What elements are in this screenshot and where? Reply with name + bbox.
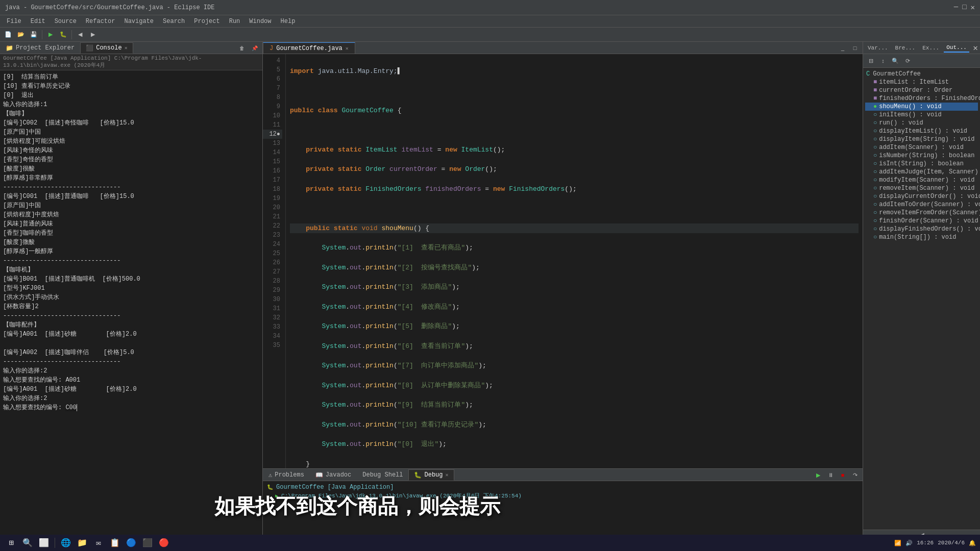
outline-item-itemlist[interactable]: ■ itemList : ItemList <box>865 78 978 86</box>
debug-stop[interactable]: ■ <box>837 469 848 481</box>
debug-entry-1: 🐛 GourmetCoffee [Java Application] <box>267 483 859 491</box>
toolbar: 📄 📂 💾 ▶ 🐛 ◀ ▶ <box>0 28 980 42</box>
editor-minimize[interactable]: _ <box>837 42 848 54</box>
taskbar-mail[interactable]: ✉ <box>91 536 106 550</box>
debug-suspend[interactable]: ⏸ <box>825 469 836 481</box>
outline-item-additem[interactable]: ○ addItem(Scanner) : void <box>865 143 978 152</box>
debug-icon: 🐛 <box>414 471 422 479</box>
editor-tab-close[interactable]: ✕ <box>346 45 349 52</box>
menu-window[interactable]: Window <box>245 17 275 26</box>
toolbar-back[interactable]: ◀ <box>75 29 86 40</box>
taskbar: ⊞ 🔍 ⬜ 🌐 📁 ✉ 📋 🔵 ⬛ 🔴 📶 🔊 16:26 2020/4/6 🔔 <box>0 535 980 551</box>
tab-console[interactable]: ⬛ Console ✕ <box>80 42 133 54</box>
console-clear[interactable]: 🗑 <box>236 42 248 54</box>
outline-sort[interactable]: ↕ <box>877 55 889 66</box>
taskbar-record[interactable]: 🔴 <box>157 536 171 550</box>
tab-expressions[interactable]: Ex... <box>920 44 942 52</box>
outline-filter[interactable]: 🔍 <box>890 55 901 66</box>
debug-tab-close[interactable]: ✕ <box>446 472 449 478</box>
line-numbers: 4 5 6 7 8 9 10 11 12● 13 14 15 16 17 18 … <box>263 54 286 468</box>
editor-maximize[interactable]: □ <box>849 42 861 54</box>
outline-item-finishedorders[interactable]: ■ finishedOrders : FinishedOrders <box>865 94 978 103</box>
menu-source[interactable]: Source <box>51 17 81 26</box>
taskbar-eclipse[interactable]: 🔵 <box>124 536 138 550</box>
tab-outline[interactable]: Out... <box>944 43 969 53</box>
console-close[interactable]: ✕ <box>125 45 128 51</box>
taskbar-search[interactable]: 🔍 <box>20 536 35 550</box>
menu-run[interactable]: Run <box>225 17 244 26</box>
outline-sync[interactable]: ⟳ <box>902 55 913 66</box>
debug-resume[interactable]: ▶ <box>813 469 824 481</box>
outline-item-additemtoorder[interactable]: ○ addItemToOrder(Scanner) : void <box>865 201 978 209</box>
code-editor-area[interactable]: 4 5 6 7 8 9 10 11 12● 13 14 15 16 17 18 … <box>263 54 863 468</box>
toolbar-debug[interactable]: 🐛 <box>58 29 69 40</box>
outline-collapse[interactable]: ⊟ <box>865 55 876 66</box>
bottom-content: 🐛 GourmetCoffee [Java Application] ▶ C:\… <box>263 481 863 540</box>
menu-project[interactable]: Project <box>190 17 224 26</box>
volume-icon[interactable]: 🔊 <box>905 540 913 546</box>
console-line: 输入你的选择:1 <box>3 100 259 109</box>
outline-item-shoumenu[interactable]: ● shouMenu() : void <box>865 103 978 111</box>
debug-stepover[interactable]: ↷ <box>849 469 861 481</box>
tab-debug[interactable]: 🐛 Debug ✕ <box>408 469 454 481</box>
outline-item-initems[interactable]: ○ iniItems() : void <box>865 111 978 119</box>
outline-item-displayitem[interactable]: ○ displayItem(String) : void <box>865 135 978 143</box>
taskbar-explorer[interactable]: 📁 <box>75 536 89 550</box>
outline-item-isint[interactable]: ○ isInt(String) : boolean <box>865 160 978 168</box>
outline-item-displayfinishedorders[interactable]: ○ displayFinishedOrders() : void <box>865 225 978 233</box>
console-line: [编号]C002 [描述]奇怪咖啡 [价格]15.0 <box>3 118 259 128</box>
editor-tab-bar: J GourmetCoffee.java ✕ _ □ <box>263 42 863 54</box>
code-content[interactable]: import java.util.Map.Entry;▌ public clas… <box>286 54 863 468</box>
tab-breakpoints[interactable]: Bre... <box>893 44 918 52</box>
outline-root[interactable]: C GourmetCoffee <box>865 70 978 78</box>
menu-bar: File Edit Source Refactor Navigate Searc… <box>0 15 980 28</box>
console-line: [酸度]很酸 <box>3 164 259 173</box>
menu-search[interactable]: Search <box>159 17 189 26</box>
outline-item-finishorder[interactable]: ○ finishOrder(Scanner) : void <box>865 217 978 225</box>
outline-item-modifyitem[interactable]: ○ modifyItem(Scanner) : void <box>865 176 978 184</box>
menu-refactor[interactable]: Refactor <box>82 17 119 26</box>
tab-javadoc[interactable]: 📖 Javadoc <box>310 469 357 481</box>
toolbar-save[interactable]: 💾 <box>28 29 39 40</box>
outline-item-removeitemfromorder[interactable]: ○ removeItemFromOrder(Scanner) : voi... <box>865 209 978 217</box>
close-button[interactable]: ✕ <box>971 3 975 12</box>
taskbar-start[interactable]: ⊞ <box>4 536 18 550</box>
menu-edit[interactable]: Edit <box>27 17 50 26</box>
outline-item-displaycurrentorder[interactable]: ○ displayCurrentOrder() : void <box>865 192 978 201</box>
toolbar-open[interactable]: 📂 <box>15 29 27 40</box>
notification-icon[interactable]: 🔔 <box>969 540 976 546</box>
network-icon[interactable]: 📶 <box>894 540 901 546</box>
taskbar-edge[interactable]: 🌐 <box>59 536 73 550</box>
minimize-button[interactable]: ─ <box>954 3 958 12</box>
menu-file[interactable]: File <box>3 17 26 26</box>
console-line: [编号]C001 [描述]普通咖啡 [价格]15.0 <box>3 192 259 201</box>
window-controls[interactable]: ─ □ ✕ <box>954 3 975 12</box>
outline-item-run[interactable]: ○ run() : void <box>865 119 978 127</box>
toolbar-new[interactable]: 📄 <box>3 29 14 40</box>
outline-item-additemjudge[interactable]: ○ addItemJudge(Item, Scanner) : boole... <box>865 168 978 176</box>
outline-item-removeitem[interactable]: ○ removeItem(Scanner) : void <box>865 184 978 192</box>
right-panel-close[interactable]: ✕ <box>973 43 978 53</box>
menu-navigate[interactable]: Navigate <box>120 17 158 26</box>
outline-item-main[interactable]: ○ main(String[]) : void <box>865 233 978 241</box>
taskbar-taskview[interactable]: ⬜ <box>37 536 51 550</box>
maximize-button[interactable]: □ <box>962 3 966 12</box>
outline-item-isnumber[interactable]: ○ isNumber(String) : boolean <box>865 152 978 160</box>
editor-tab-gourmetcoffee[interactable]: J GourmetCoffee.java ✕ <box>263 42 355 54</box>
tab-project-explorer[interactable]: 📁 Project Explorer <box>0 42 80 54</box>
console-pin[interactable]: 📌 <box>249 42 260 54</box>
outline-item-currentorder[interactable]: ■ currentOrder : Order <box>865 86 978 94</box>
method-icon: ○ <box>873 209 877 216</box>
menu-help[interactable]: Help <box>277 17 300 26</box>
console-line: [原产国]中国 <box>3 128 259 137</box>
outline-item-displayitemlist[interactable]: ○ displayItemList() : void <box>865 127 978 135</box>
tab-problems[interactable]: ⚠ Problems <box>263 469 310 481</box>
code-line-24: } <box>290 459 859 469</box>
taskbar-app1[interactable]: ⬛ <box>140 536 155 550</box>
tab-debug-shell[interactable]: Debug Shell <box>357 469 408 481</box>
toolbar-forward[interactable]: ▶ <box>87 29 99 40</box>
method-icon: ○ <box>873 136 877 143</box>
taskbar-sticky[interactable]: 📋 <box>108 536 122 550</box>
tab-var[interactable]: Var... <box>865 44 891 52</box>
toolbar-run[interactable]: ▶ <box>45 29 56 40</box>
